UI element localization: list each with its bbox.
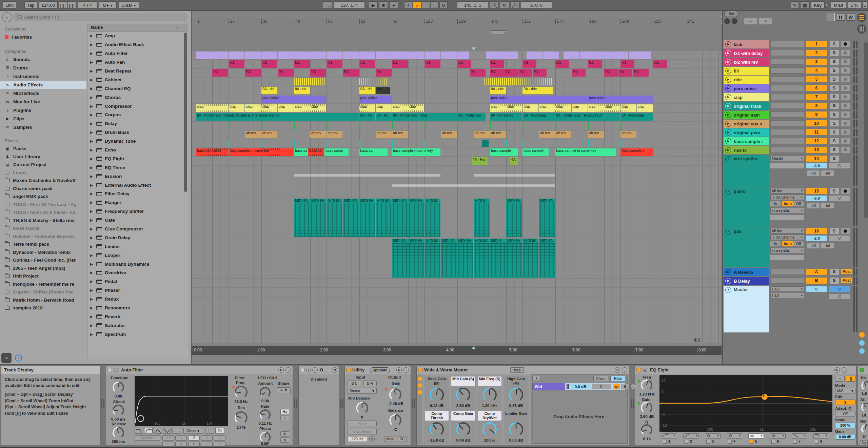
band-filter-type-menu[interactable]: ▼ — [792, 433, 807, 439]
fold-icon[interactable]: ▼ — [725, 229, 731, 235]
track-name-cell[interactable]: ▼pad — [724, 227, 769, 267]
solo-button[interactable]: S — [830, 50, 839, 56]
eq-band-2[interactable]: ▼2 — [683, 433, 704, 444]
auto-release-button[interactable]: Au — [860, 440, 868, 445]
clip[interactable]: 8A - Portishead - Roads (Sult — [555, 113, 620, 121]
macro-knob[interactable] — [456, 387, 471, 402]
device-list-scrollbar[interactable] — [184, 33, 187, 192]
quantize-value-button[interactable]: 0.5 — [162, 435, 174, 441]
track-play-icon[interactable]: ▶ — [725, 85, 731, 91]
list-item-device[interactable]: ▶Glue Compressor — [87, 225, 188, 233]
time-ruler[interactable]: 0:001:002:003:004:005:006:007:008:00 — [192, 346, 722, 355]
clip[interactable]: 8A - Portishea — [620, 113, 653, 121]
list-item-device[interactable]: ▶EQ Three — [87, 163, 188, 172]
band-filter-type-menu[interactable]: ▼ — [705, 433, 721, 439]
output-menu[interactable]: xtra synths▼ — [770, 208, 804, 213]
ms-balance-value[interactable]: 0 — [354, 415, 371, 419]
record-button[interactable]: ● — [389, 1, 398, 8]
clip[interactable]: MIDI 8A — [408, 239, 424, 278]
disclosure-triangle-icon[interactable]: ▶ — [90, 253, 94, 257]
track-number-button[interactable]: B — [806, 278, 827, 284]
sidebar-item-audio-effects[interactable]: ∿Audio Effects — [0, 81, 86, 89]
wrench-icon[interactable]: ⌐ — [312, 367, 318, 373]
eq-freq-value[interactable]: 1.20 kHz — [636, 392, 657, 396]
clip[interactable]: fx1 — [490, 60, 504, 68]
chain-name[interactable]: Wet — [533, 383, 565, 390]
device-on-toggle[interactable] — [418, 368, 423, 372]
envelope-amount-value[interactable]: 0.00 — [110, 394, 127, 398]
track-number-button[interactable]: 7 — [806, 94, 827, 100]
clip[interactable]: ah rev — [392, 131, 408, 138]
clip[interactable] — [506, 140, 507, 147]
disclosure-triangle-icon[interactable]: ▶ — [90, 34, 94, 38]
nudge-up-button[interactable]: |||| — [68, 1, 76, 8]
track-play-icon[interactable]: ▶ — [725, 147, 731, 153]
clip[interactable] — [425, 140, 426, 147]
clip[interactable]: MIDI 8A — [392, 199, 408, 237]
disclosure-triangle-icon[interactable]: ▶ — [90, 315, 94, 319]
clip[interactable] — [212, 52, 228, 59]
track-play-icon[interactable]: ▶ — [725, 138, 731, 144]
list-item-device[interactable]: ▶Chorus — [87, 93, 188, 102]
group-output-menu[interactable]: Master▼ — [770, 156, 804, 161]
ratio-value[interactable]: 1.5 — [860, 391, 868, 395]
track-play-icon[interactable]: ▶ — [725, 59, 731, 65]
input-channel-menu[interactable]: ⋮ All Channe▼ — [770, 195, 804, 200]
clip[interactable] — [482, 140, 489, 147]
attack-knob[interactable] — [861, 402, 868, 412]
arrangement-view-selector-icon[interactable] — [857, 13, 866, 22]
lfo-rate-knob[interactable] — [259, 409, 271, 421]
track-number-button[interactable]: 16 — [806, 228, 827, 234]
ratio-knob[interactable] — [861, 381, 868, 391]
quantize-value-button[interactable]: 8 — [188, 442, 200, 447]
list-item-device[interactable]: ▶EQ Eight — [87, 154, 188, 163]
sidebar-item-place[interactable]: angel RMX pack — [0, 192, 86, 201]
device-on-toggle[interactable] — [107, 368, 112, 372]
mono-button[interactable]: Mono — [348, 421, 377, 426]
track-play-icon[interactable]: ▶ — [725, 77, 731, 83]
clip[interactable]: MIDI 8A — [474, 239, 490, 278]
clip[interactable] — [629, 52, 651, 59]
track-header-bass-sample-i[interactable]: ▶bass sample i12S — [724, 137, 867, 145]
clip[interactable] — [294, 174, 440, 177]
device-title[interactable]: EQ Eight — [650, 367, 669, 372]
track-panel-scrollbar[interactable] — [864, 42, 868, 218]
list-item-device[interactable]: ▶Compressor — [87, 102, 188, 110]
clip[interactable]: clap — [490, 104, 506, 112]
clip[interactable] — [327, 52, 342, 59]
eq-band-7[interactable]: ▼7 — [792, 433, 812, 444]
sidebar-item-place[interactable]: losse tracks — [0, 224, 86, 232]
show-devices-button[interactable]: ⏵ — [532, 376, 540, 381]
clip[interactable] — [522, 140, 524, 147]
clip[interactable]: fx2 — [633, 69, 649, 77]
disclosure-triangle-icon[interactable]: ▶ — [90, 122, 94, 125]
pan-box[interactable]: C — [829, 196, 850, 201]
sidebar-item-instruments[interactable]: ◔Instruments — [0, 72, 86, 81]
sidebar-item-samples[interactable]: ≋Samples — [0, 123, 86, 131]
lfo-amount-value[interactable]: 0.00 — [257, 399, 274, 403]
macro-knob[interactable] — [429, 422, 444, 437]
help-icon[interactable]: ? — [15, 354, 22, 362]
clip[interactable]: fx2 — [212, 69, 228, 77]
bass-mono-button[interactable]: Bass Mono — [348, 429, 377, 434]
mute-button[interactable]: Mute — [384, 436, 396, 442]
clip[interactable]: fx2 — [245, 69, 261, 77]
phase-left-button[interactable]: Ø L — [348, 381, 361, 386]
hot-swap-icon[interactable]: ↻ — [396, 367, 402, 373]
clip[interactable]: MIDI 8A — [506, 199, 522, 237]
release-value[interactable]: 10 — [860, 435, 868, 439]
solo-button[interactable]: S — [830, 138, 839, 144]
disclosure-triangle-icon[interactable]: ▶ — [90, 218, 94, 222]
post-button[interactable]: Post — [841, 269, 852, 274]
list-item-device[interactable]: ▶Auto Filter — [87, 49, 188, 58]
quantize-value-button[interactable]: 2 — [188, 435, 200, 441]
disclosure-triangle-icon[interactable]: ▶ — [90, 104, 94, 108]
drop-area[interactable]: Drop Audio Effects Here — [532, 392, 625, 441]
band-activator[interactable] — [771, 440, 775, 444]
list-item-device[interactable]: ▶Filter Delay — [87, 189, 188, 198]
disclosure-triangle-icon[interactable]: ▶ — [90, 332, 94, 336]
clip[interactable]: clap — [294, 104, 310, 112]
clip[interactable]: MIDI 8A — [441, 239, 457, 278]
track-number-button[interactable]: 14 — [806, 156, 827, 162]
sidebar-item-place[interactable]: monojoke - remember me re — [0, 280, 86, 288]
